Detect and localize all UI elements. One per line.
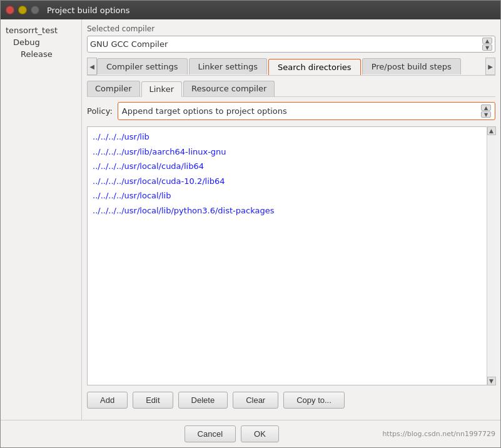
dir-item-5[interactable]: ../../../../usr/local/lib/python3.6/dist… [90, 203, 492, 218]
action-buttons: Add Edit Delete Clear Copy to... [87, 392, 495, 409]
right-panel: Selected compiler GNU GCC Compiler ▲ ▼ ◀… [82, 19, 500, 420]
window: Project build options tensorrt_test Debu… [0, 0, 501, 448]
scroll-up-arrow[interactable]: ▲ [487, 126, 496, 135]
directories-container: ../../../../usr/lib ../../../../usr/lib/… [87, 126, 495, 385]
sidebar-item-release[interactable]: Release [3, 48, 79, 60]
tab-search-directories[interactable]: Search directories [268, 59, 361, 75]
tab-scroll-right[interactable]: ▶ [485, 58, 495, 75]
dir-list-scrollbar: ▲ ▼ [487, 126, 495, 385]
inner-tab-compiler[interactable]: Compiler [87, 81, 140, 96]
edit-button[interactable]: Edit [133, 392, 173, 409]
policy-label: Policy: [87, 106, 113, 116]
copy-to-button[interactable]: Copy to... [283, 392, 345, 409]
bottom-bar: Cancel OK https://blog.csdn.net/nn199772… [1, 420, 500, 447]
dir-item-0[interactable]: ../../../../usr/lib [90, 130, 492, 145]
footer-link: https://blog.csdn.net/nn1997729 [382, 430, 495, 438]
dir-item-2[interactable]: ../../../../usr/local/cuda/lib64 [90, 159, 492, 174]
delete-button[interactable]: Delete [178, 392, 228, 409]
tab-scroll-left[interactable]: ◀ [87, 58, 97, 75]
bottom-buttons: Cancel OK [81, 425, 382, 442]
scroll-down-arrow[interactable]: ▼ [487, 377, 496, 385]
inner-tab-linker[interactable]: Linker [141, 81, 183, 97]
maximize-button[interactable] [31, 6, 39, 14]
compiler-spinner-down[interactable]: ▼ [482, 44, 492, 51]
tab-pre-post-build[interactable]: Pre/post build steps [362, 58, 461, 74]
clear-button[interactable]: Clear [233, 392, 278, 409]
cancel-button[interactable]: Cancel [185, 425, 236, 442]
tab-compiler-settings[interactable]: Compiler settings [97, 58, 188, 74]
window-title: Project build options [47, 6, 130, 15]
policy-row: Policy: Append target options to project… [87, 102, 495, 120]
tab-linker-settings[interactable]: Linker settings [189, 58, 267, 74]
policy-spinner-up[interactable]: ▲ [481, 104, 491, 111]
sidebar-item-tensorrt[interactable]: tensorrt_test [3, 24, 79, 36]
policy-spinner: ▲ ▼ [481, 104, 491, 118]
titlebar: Project build options [1, 1, 500, 19]
compiler-spinner: ▲ ▼ [482, 38, 492, 51]
policy-value: Append target options to project options [122, 106, 287, 116]
directories-list[interactable]: ../../../../usr/lib ../../../../usr/lib/… [87, 126, 495, 385]
inner-tab-resource-compiler[interactable]: Resource compiler [183, 81, 275, 96]
sidebar-item-debug[interactable]: Debug [3, 36, 79, 48]
dir-item-3[interactable]: ../../../../usr/local/cuda-10.2/lib64 [90, 174, 492, 189]
inner-tabs-row: Compiler Linker Resource compiler [87, 81, 495, 97]
compiler-select[interactable]: GNU GCC Compiler ▲ ▼ [87, 36, 495, 53]
minimize-button[interactable] [18, 6, 27, 14]
policy-spinner-down[interactable]: ▼ [481, 111, 491, 118]
add-button[interactable]: Add [87, 392, 128, 409]
main-content: tensorrt_test Debug Release Selected com… [1, 19, 500, 420]
dir-item-1[interactable]: ../../../../usr/lib/aarch64-linux-gnu [90, 145, 492, 160]
dir-item-4[interactable]: ../../../../usr/local/lib [90, 188, 492, 203]
compiler-spinner-up[interactable]: ▲ [482, 38, 492, 44]
compiler-value: GNU GCC Compiler [90, 39, 168, 49]
compiler-section: Selected compiler GNU GCC Compiler ▲ ▼ [87, 24, 495, 53]
policy-select[interactable]: Append target options to project options… [118, 102, 495, 120]
compiler-label: Selected compiler [87, 24, 495, 33]
ok-button[interactable]: OK [241, 425, 279, 442]
sidebar: tensorrt_test Debug Release [1, 19, 82, 420]
close-button[interactable] [6, 6, 14, 14]
main-tabs-row: ◀ Compiler settings Linker settings Sear… [87, 58, 495, 76]
